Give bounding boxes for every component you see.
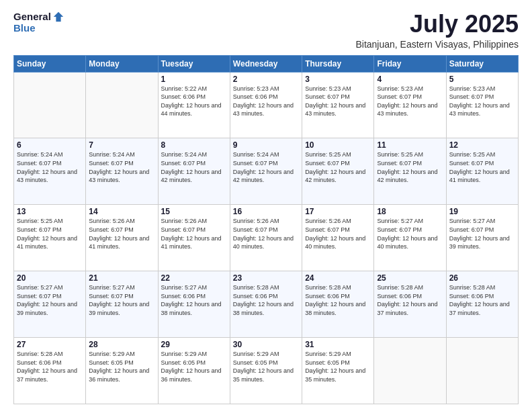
- day-cell: [86, 72, 158, 138]
- day-number: 27: [17, 340, 83, 349]
- day-cell: 19 Sunrise: 5:27 AMSunset: 6:07 PMDaylig…: [446, 205, 518, 271]
- day-cell: 22 Sunrise: 5:27 AMSunset: 6:06 PMDaylig…: [158, 271, 230, 338]
- day-cell: 20 Sunrise: 5:27 AMSunset: 6:07 PMDaylig…: [14, 271, 86, 338]
- day-number: 2: [233, 75, 299, 84]
- day-cell: 13 Sunrise: 5:25 AMSunset: 6:07 PMDaylig…: [14, 205, 86, 271]
- day-cell: 10 Sunrise: 5:25 AMSunset: 6:07 PMDaylig…: [302, 138, 374, 205]
- day-info: Sunrise: 5:28 AMSunset: 6:06 PMDaylight:…: [449, 284, 510, 316]
- col-thursday: Thursday: [302, 55, 374, 72]
- logo-icon: [52, 11, 64, 23]
- day-cell: 3 Sunrise: 5:23 AMSunset: 6:07 PMDayligh…: [302, 72, 374, 138]
- day-cell: 23 Sunrise: 5:28 AMSunset: 6:06 PMDaylig…: [230, 271, 302, 338]
- day-cell: 1 Sunrise: 5:22 AMSunset: 6:06 PMDayligh…: [158, 72, 230, 138]
- day-info: Sunrise: 5:24 AMSunset: 6:07 PMDaylight:…: [89, 151, 149, 183]
- day-cell: 11 Sunrise: 5:25 AMSunset: 6:07 PMDaylig…: [374, 138, 446, 205]
- day-cell: 31 Sunrise: 5:29 AMSunset: 6:05 PMDaylig…: [302, 338, 374, 404]
- day-cell: 6 Sunrise: 5:24 AMSunset: 6:07 PMDayligh…: [14, 138, 86, 205]
- day-number: 13: [17, 207, 83, 216]
- day-number: 26: [449, 273, 515, 283]
- day-number: 6: [17, 140, 83, 150]
- day-cell: 14 Sunrise: 5:26 AMSunset: 6:07 PMDaylig…: [86, 205, 158, 271]
- day-info: Sunrise: 5:24 AMSunset: 6:07 PMDaylight:…: [17, 151, 77, 183]
- day-number: 20: [17, 273, 83, 283]
- day-cell: 29 Sunrise: 5:29 AMSunset: 6:05 PMDaylig…: [158, 338, 230, 404]
- day-cell: 30 Sunrise: 5:29 AMSunset: 6:05 PMDaylig…: [230, 338, 302, 404]
- day-info: Sunrise: 5:27 AMSunset: 6:06 PMDaylight:…: [161, 284, 222, 316]
- day-info: Sunrise: 5:26 AMSunset: 6:07 PMDaylight:…: [161, 218, 222, 250]
- col-saturday: Saturday: [446, 55, 518, 72]
- day-cell: 2 Sunrise: 5:23 AMSunset: 6:06 PMDayligh…: [230, 72, 302, 138]
- col-monday: Monday: [86, 55, 158, 72]
- subtitle: Bitanjuan, Eastern Visayas, Philippines: [355, 39, 519, 50]
- day-info: Sunrise: 5:23 AMSunset: 6:07 PMDaylight:…: [449, 85, 510, 118]
- day-cell: 26 Sunrise: 5:28 AMSunset: 6:06 PMDaylig…: [446, 271, 518, 338]
- day-info: Sunrise: 5:29 AMSunset: 6:05 PMDaylight:…: [89, 351, 149, 383]
- day-number: 5: [449, 75, 515, 84]
- week-row-1: 6 Sunrise: 5:24 AMSunset: 6:07 PMDayligh…: [14, 138, 519, 205]
- day-number: 19: [449, 207, 515, 216]
- week-row-0: 1 Sunrise: 5:22 AMSunset: 6:06 PMDayligh…: [14, 72, 519, 138]
- day-cell: 5 Sunrise: 5:23 AMSunset: 6:07 PMDayligh…: [446, 72, 518, 138]
- day-info: Sunrise: 5:26 AMSunset: 6:07 PMDaylight:…: [89, 218, 149, 250]
- day-number: 24: [305, 273, 371, 283]
- logo: General Blue: [13, 11, 64, 34]
- col-tuesday: Tuesday: [158, 55, 230, 72]
- day-cell: 4 Sunrise: 5:23 AMSunset: 6:07 PMDayligh…: [374, 72, 446, 138]
- day-info: Sunrise: 5:23 AMSunset: 6:07 PMDaylight:…: [305, 85, 365, 118]
- day-info: Sunrise: 5:25 AMSunset: 6:07 PMDaylight:…: [449, 151, 510, 183]
- day-info: Sunrise: 5:23 AMSunset: 6:07 PMDaylight:…: [377, 85, 437, 118]
- day-info: Sunrise: 5:28 AMSunset: 6:06 PMDaylight:…: [377, 284, 437, 316]
- day-number: 4: [377, 75, 443, 84]
- day-number: 17: [305, 207, 371, 216]
- day-number: 14: [89, 207, 154, 216]
- day-cell: [446, 338, 518, 404]
- day-info: Sunrise: 5:22 AMSunset: 6:06 PMDaylight:…: [161, 85, 222, 118]
- month-title: July 2025: [355, 11, 519, 38]
- day-number: 29: [161, 340, 227, 349]
- day-cell: 25 Sunrise: 5:28 AMSunset: 6:06 PMDaylig…: [374, 271, 446, 338]
- day-number: 31: [305, 340, 371, 349]
- day-cell: 16 Sunrise: 5:26 AMSunset: 6:07 PMDaylig…: [230, 205, 302, 271]
- day-info: Sunrise: 5:27 AMSunset: 6:07 PMDaylight:…: [449, 218, 510, 250]
- week-row-4: 27 Sunrise: 5:28 AMSunset: 6:06 PMDaylig…: [14, 338, 519, 404]
- day-number: 30: [233, 340, 299, 349]
- day-info: Sunrise: 5:25 AMSunset: 6:07 PMDaylight:…: [305, 151, 365, 183]
- day-cell: 7 Sunrise: 5:24 AMSunset: 6:07 PMDayligh…: [86, 138, 158, 205]
- week-row-3: 20 Sunrise: 5:27 AMSunset: 6:07 PMDaylig…: [14, 271, 519, 338]
- day-cell: 27 Sunrise: 5:28 AMSunset: 6:06 PMDaylig…: [14, 338, 86, 404]
- day-info: Sunrise: 5:24 AMSunset: 6:07 PMDaylight:…: [233, 151, 294, 183]
- day-number: 8: [161, 140, 227, 150]
- header-row: Sunday Monday Tuesday Wednesday Thursday…: [14, 55, 519, 72]
- svg-marker-0: [54, 12, 63, 21]
- day-number: 10: [305, 140, 371, 150]
- day-number: 21: [89, 273, 154, 283]
- day-number: 11: [377, 140, 443, 150]
- day-info: Sunrise: 5:29 AMSunset: 6:05 PMDaylight:…: [161, 351, 222, 383]
- logo-general: General: [13, 11, 51, 23]
- day-number: 25: [377, 273, 443, 283]
- col-wednesday: Wednesday: [230, 55, 302, 72]
- day-cell: 9 Sunrise: 5:24 AMSunset: 6:07 PMDayligh…: [230, 138, 302, 205]
- day-info: Sunrise: 5:25 AMSunset: 6:07 PMDaylight:…: [377, 151, 437, 183]
- day-number: 22: [161, 273, 227, 283]
- day-info: Sunrise: 5:28 AMSunset: 6:06 PMDaylight:…: [17, 351, 77, 383]
- day-cell: 28 Sunrise: 5:29 AMSunset: 6:05 PMDaylig…: [86, 338, 158, 404]
- day-cell: 8 Sunrise: 5:24 AMSunset: 6:07 PMDayligh…: [158, 138, 230, 205]
- day-cell: 24 Sunrise: 5:28 AMSunset: 6:06 PMDaylig…: [302, 271, 374, 338]
- day-cell: [14, 72, 86, 138]
- day-number: 15: [161, 207, 227, 216]
- day-cell: [374, 338, 446, 404]
- day-number: 3: [305, 75, 371, 84]
- day-info: Sunrise: 5:25 AMSunset: 6:07 PMDaylight:…: [17, 218, 77, 250]
- day-info: Sunrise: 5:26 AMSunset: 6:07 PMDaylight:…: [233, 218, 294, 250]
- day-cell: 12 Sunrise: 5:25 AMSunset: 6:07 PMDaylig…: [446, 138, 518, 205]
- day-cell: 18 Sunrise: 5:27 AMSunset: 6:07 PMDaylig…: [374, 205, 446, 271]
- day-info: Sunrise: 5:29 AMSunset: 6:05 PMDaylight:…: [305, 351, 365, 383]
- day-info: Sunrise: 5:27 AMSunset: 6:07 PMDaylight:…: [377, 218, 437, 250]
- col-sunday: Sunday: [14, 55, 86, 72]
- day-cell: 15 Sunrise: 5:26 AMSunset: 6:07 PMDaylig…: [158, 205, 230, 271]
- week-row-2: 13 Sunrise: 5:25 AMSunset: 6:07 PMDaylig…: [14, 205, 519, 271]
- day-number: 18: [377, 207, 443, 216]
- day-number: 1: [161, 75, 227, 84]
- day-info: Sunrise: 5:27 AMSunset: 6:07 PMDaylight:…: [17, 284, 77, 316]
